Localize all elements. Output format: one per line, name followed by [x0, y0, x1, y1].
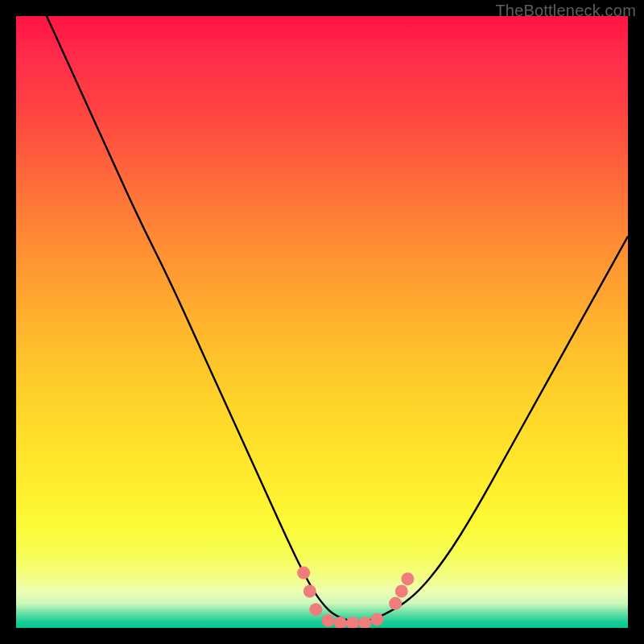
- bottleneck-curve-path: [47, 16, 628, 621]
- chart-svg: [16, 16, 628, 628]
- outer-frame: TheBottleneck.com: [0, 0, 644, 644]
- right-marker-3: [401, 572, 414, 585]
- flat-marker-5: [370, 613, 383, 625]
- left-marker-3: [309, 603, 322, 616]
- flat-marker-3: [346, 617, 359, 628]
- right-marker-2: [395, 584, 408, 597]
- markers-group: [297, 567, 414, 628]
- flat-marker-4: [358, 617, 371, 628]
- flat-marker-1: [322, 614, 335, 627]
- left-marker-2: [303, 584, 316, 597]
- left-marker-1: [297, 567, 310, 580]
- plot-gradient-area: [16, 16, 628, 628]
- right-marker-1: [389, 597, 402, 610]
